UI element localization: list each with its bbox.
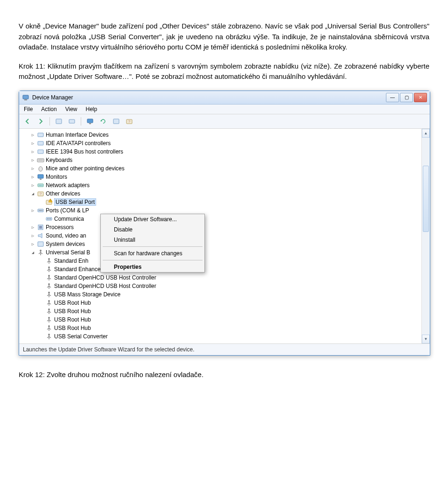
tree-node[interactable]: Communica — [20, 215, 429, 223]
context-menu-item[interactable]: Scan for hardware changes — [101, 248, 204, 259]
expander-icon[interactable]: ◢ — [30, 250, 35, 255]
menu-help[interactable]: Help — [86, 106, 98, 112]
tree-node[interactable]: ▷IDE ATA/ATAPI controllers — [20, 139, 429, 147]
sound-icon — [37, 232, 44, 239]
menu-view[interactable]: View — [65, 106, 77, 112]
toolbar-icon-2[interactable] — [66, 116, 77, 127]
expander-icon[interactable]: ▷ — [30, 166, 35, 171]
expander-icon[interactable]: ▷ — [30, 149, 35, 154]
expander-icon[interactable] — [39, 199, 44, 204]
tree-node[interactable]: ▷IEEE 1394 Bus host controllers — [20, 147, 429, 156]
expander-icon[interactable] — [39, 317, 44, 322]
menu-file[interactable]: File — [24, 106, 33, 112]
cpu-icon — [37, 224, 44, 231]
context-menu-item[interactable]: Uninstall — [101, 235, 204, 245]
tree-node[interactable]: Standard OpenHCD USB Host Controller — [20, 273, 429, 282]
vertical-scrollbar[interactable]: ▲ ▼ — [421, 129, 430, 343]
expander-icon[interactable]: ▷ — [30, 140, 35, 146]
tree-node[interactable]: USB Root Hub — [20, 299, 429, 307]
expander-icon[interactable]: ▷ — [30, 233, 35, 238]
tree-node-label: Ports (COM & LP — [46, 207, 89, 214]
tree-node[interactable]: ▷Processors — [20, 223, 429, 231]
expander-icon[interactable] — [39, 258, 44, 263]
toolbar-icon-1[interactable] — [53, 116, 64, 127]
tree-node-label: Standard OpenHCD USB Host Controller — [54, 274, 156, 281]
tree-node[interactable]: ◢Universal Serial B — [20, 248, 429, 257]
ide-icon — [37, 140, 44, 147]
tree-node[interactable]: ▷Human Interface Devices — [20, 131, 429, 139]
titlebar[interactable]: Device Manager — ▢ ✕ — [19, 91, 430, 105]
tree-node-label: Monitors — [46, 174, 67, 180]
net-icon — [37, 182, 44, 189]
tree-node-label: USB Serial Converter — [54, 333, 108, 340]
scroll-thumb[interactable] — [423, 166, 429, 232]
tree-node[interactable]: ▷Mice and other pointing devices — [20, 164, 429, 173]
expander-icon[interactable]: ▷ — [30, 182, 35, 188]
usb-icon — [37, 249, 44, 256]
tree-node[interactable]: ▷Network adapters — [20, 181, 429, 189]
usb-icon — [45, 324, 53, 332]
tree-node[interactable]: ▷Keyboards — [20, 156, 429, 164]
tree-node[interactable]: USB Root Hub — [20, 307, 429, 315]
toolbar-refresh[interactable] — [98, 116, 109, 127]
toolbar-icon-3[interactable] — [84, 116, 96, 127]
tree-node[interactable]: USB Root Hub — [20, 315, 429, 324]
expander-icon[interactable]: ▷ — [30, 208, 35, 213]
tree-node[interactable]: Standard OpenHCD USB Host Controller — [20, 282, 429, 290]
expander-icon[interactable] — [39, 325, 44, 330]
kbd-icon — [37, 156, 44, 164]
expander-icon[interactable]: ▷ — [30, 241, 35, 246]
tree-node[interactable]: ◢Other devices — [20, 189, 429, 198]
scroll-down-button[interactable]: ▼ — [422, 335, 430, 343]
expander-icon[interactable] — [39, 334, 44, 339]
tree-node[interactable]: ▷System devices — [20, 240, 429, 248]
back-button[interactable] — [22, 116, 33, 127]
context-menu-item[interactable]: Disable — [101, 224, 204, 235]
tree-node[interactable]: ▷Monitors — [20, 173, 429, 181]
scroll-track[interactable] — [422, 138, 430, 335]
expander-icon[interactable] — [39, 308, 44, 314]
minimize-button[interactable]: — — [386, 93, 399, 102]
tree-node[interactable]: USB Serial Converter — [20, 332, 429, 341]
context-menu-separator — [103, 246, 203, 247]
tree-node[interactable]: ▷Sound, video an — [20, 231, 429, 240]
toolbar-icon-6[interactable] — [124, 116, 135, 127]
tree-node[interactable]: ▷Ports (COM & LP — [20, 206, 429, 215]
expander-icon[interactable]: ▷ — [30, 224, 35, 230]
tree-node[interactable]: Standard Enhanced PCI to USB Host Contro… — [20, 265, 429, 273]
expander-icon[interactable] — [39, 300, 44, 305]
expander-icon[interactable] — [39, 292, 44, 297]
expander-icon[interactable] — [39, 283, 44, 288]
expander-icon[interactable] — [39, 266, 44, 272]
expander-icon[interactable]: ▷ — [30, 174, 35, 179]
tree-node-label: IEEE 1394 Bus host controllers — [46, 148, 123, 155]
tree-node-label: Standard OpenHCD USB Host Controller — [54, 283, 156, 289]
tree-node[interactable]: Standard Enh — [20, 257, 429, 265]
expander-icon[interactable] — [39, 275, 44, 280]
expander-icon[interactable] — [39, 216, 44, 221]
usb-icon — [45, 274, 53, 281]
device-manager-window: Device Manager — ▢ ✕ File Action View He… — [19, 91, 430, 356]
tree-node-label: Sound, video an — [46, 232, 86, 239]
context-menu-item[interactable]: Update Driver Software... — [101, 214, 204, 224]
expander-icon[interactable]: ▷ — [30, 132, 35, 137]
toolbar-icon-5[interactable] — [111, 116, 122, 127]
device-tree: ▷Human Interface Devices▷IDE ATA/ATAPI c… — [19, 129, 430, 344]
tree-node[interactable]: USB Serial Port — [20, 198, 429, 206]
tree-node-label: Processors — [46, 224, 74, 231]
context-menu-item[interactable]: Properties — [101, 262, 204, 272]
expander-icon[interactable]: ▷ — [30, 157, 35, 162]
tree-node-label: USB Root Hub — [54, 325, 91, 331]
paragraph-3: Krok 12: Zvolte druhou možnost ručního n… — [19, 370, 429, 380]
menu-action[interactable]: Action — [41, 106, 56, 112]
paragraph-1: V okně „Device Manager" bude zařízení po… — [19, 21, 429, 53]
paragraph-2: Krok 11: Kliknutím pravým tlačítkem na z… — [19, 61, 429, 82]
scroll-up-button[interactable]: ▲ — [422, 129, 430, 138]
close-button[interactable]: ✕ — [414, 93, 427, 102]
expander-icon[interactable]: ◢ — [30, 191, 35, 196]
forward-button[interactable] — [35, 116, 46, 127]
usb-icon — [45, 291, 53, 298]
tree-node[interactable]: USB Root Hub — [20, 324, 429, 332]
maximize-button[interactable]: ▢ — [400, 93, 413, 102]
tree-node[interactable]: USB Mass Storage Device — [20, 290, 429, 299]
